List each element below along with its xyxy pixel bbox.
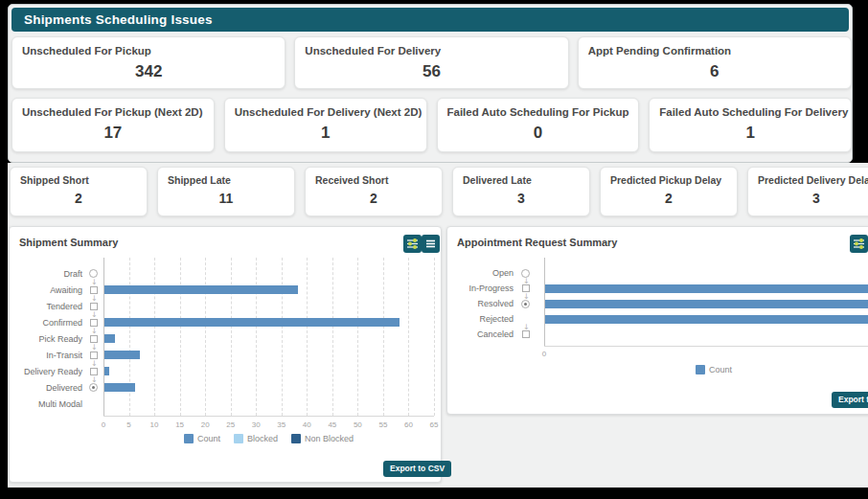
x-tick-label: 0 <box>534 350 555 358</box>
delivery-ready-status-icon[interactable] <box>90 368 98 375</box>
canceled-status-icon[interactable] <box>522 330 530 338</box>
confirmed-status-icon[interactable] <box>90 319 98 327</box>
awaiting-bar[interactable] <box>104 285 298 294</box>
kpi-card-label: Predicted Pickup Delay <box>610 174 721 186</box>
draft-status-icon[interactable] <box>89 269 98 278</box>
legend-swatch <box>184 434 194 443</box>
kpi-card-delivered-late[interactable]: Delivered Late3 <box>452 167 590 216</box>
scheduling-issues-section: Shipments Scheduling Issues Unscheduled … <box>8 4 853 163</box>
x-tick-label: 35 <box>271 420 292 429</box>
kpi-card-value: 2 <box>601 191 737 206</box>
kpi-card-predicted-delivery-delay[interactable]: Predicted Delivery Delay3 <box>747 167 868 216</box>
kpi-card-value: 6 <box>579 62 851 81</box>
kpi-card-label: Received Short <box>315 174 388 186</box>
legend-swatch <box>696 365 705 374</box>
kpi-card-unscheduled-for-pickup[interactable]: Unscheduled For Pickup342 <box>11 36 286 89</box>
x-tick-label: 40 <box>296 420 317 429</box>
kpi-card-shipped-short[interactable]: Shipped Short2 <box>10 167 148 216</box>
category-label-multi-modal: Multi Modal <box>10 399 82 409</box>
kpi-card-unscheduled-for-pickup-next-2d[interactable]: Unscheduled For Pickup (Next 2D)17 <box>11 98 215 152</box>
x-tick-label: 0 <box>93 420 114 429</box>
in-progress-bar[interactable] <box>545 284 868 293</box>
x-tick-label: 20 <box>194 420 216 429</box>
delivery-ready-bar[interactable] <box>104 367 109 375</box>
kpi-card-unscheduled-for-delivery[interactable]: Unscheduled For Delivery56 <box>294 36 568 89</box>
x-tick-label: 25 <box>220 420 241 429</box>
legend-swatch <box>234 434 243 443</box>
in-progress-status-icon[interactable] <box>522 284 530 292</box>
category-label-in-progress: In-Progress <box>447 284 514 293</box>
tendered-status-icon[interactable] <box>90 303 98 310</box>
page-title: Shipments Scheduling Issues <box>24 12 213 27</box>
kpi-card-predicted-pickup-delay[interactable]: Predicted Pickup Delay2 <box>600 167 738 216</box>
legend-item-blocked[interactable]: Blocked <box>234 434 278 443</box>
legend-item-count[interactable]: Count <box>696 365 732 374</box>
gridline <box>282 258 283 416</box>
kpi-card-value: 1 <box>650 124 851 143</box>
appointment-request-summary-panel: Appointment Request Summary 0Open↓In-Pro… <box>446 226 868 415</box>
x-tick-label: 30 <box>245 420 266 429</box>
x-axis-line <box>103 416 434 417</box>
resolved-status-icon[interactable] <box>521 300 530 308</box>
status-dot <box>92 386 95 389</box>
chart-legend: Count <box>544 365 868 374</box>
delivered-status-icon[interactable] <box>89 383 98 392</box>
kpi-card-label: Appt Pending Confirmation <box>588 45 731 57</box>
appointment-request-summary-chart: 0Open↓In-Progress↓ResolvedRejected↓Cance… <box>447 227 868 414</box>
legend-label: Blocked <box>247 434 278 443</box>
legend-item-count[interactable]: Count <box>184 434 220 443</box>
gridline <box>256 258 257 416</box>
kpi-card-label: Shipped Short <box>20 174 89 186</box>
gridline <box>357 258 358 416</box>
kpi-card-label: Delivered Late <box>463 174 532 186</box>
x-tick-label: 60 <box>398 420 419 429</box>
legend-item-non-blocked[interactable]: Non Blocked <box>291 434 354 443</box>
legend-swatch <box>291 434 301 443</box>
kpi-card-received-short[interactable]: Received Short2 <box>305 167 443 216</box>
lower-section: Shipped Short2Shipped Late11Received Sho… <box>8 163 868 488</box>
gridline <box>205 258 206 416</box>
kpi-card-failed-auto-scheduling-for-delivery[interactable]: Failed Auto Scheduling For Delivery1 <box>649 98 852 152</box>
category-label-awaiting: Awaiting <box>10 285 82 295</box>
in-transit-bar[interactable] <box>104 351 140 359</box>
rejected-bar[interactable] <box>545 315 868 324</box>
category-label-rejected: Rejected <box>447 314 514 324</box>
category-label-canceled: Canceled <box>447 329 514 339</box>
resolved-bar[interactable] <box>545 300 868 308</box>
filter-sliders-icon[interactable] <box>850 235 868 253</box>
pick-ready-bar[interactable] <box>104 334 115 343</box>
gridline <box>231 258 232 416</box>
kpi-card-value: 0 <box>438 124 639 143</box>
kpi-card-value: 11 <box>158 191 294 206</box>
kpi-card-value: 2 <box>306 191 442 206</box>
export-to-csv-button[interactable]: Export to CSV <box>832 392 868 408</box>
kpi-card-label: Shipped Late <box>168 174 231 186</box>
delivered-bar[interactable] <box>104 383 135 392</box>
in-transit-status-icon[interactable] <box>90 352 98 359</box>
kpi-card-label: Failed Auto Scheduling For Delivery <box>659 106 848 118</box>
chart-legend: CountBlockedNon Blocked <box>103 434 434 443</box>
export-to-csv-button[interactable]: Export to CSV <box>383 461 451 477</box>
gridline <box>383 258 384 416</box>
status-dot <box>524 303 527 306</box>
category-label-delivered: Delivered <box>10 383 82 393</box>
pick-ready-status-icon[interactable] <box>90 335 98 343</box>
kpi-card-label: Unscheduled For Pickup (Next 2D) <box>22 106 203 118</box>
kpi-card-value: 17 <box>12 124 214 143</box>
kpi-card-label: Unscheduled For Pickup <box>22 45 151 57</box>
kpi-card-unscheduled-for-delivery-next-2d[interactable]: Unscheduled For Delivery (Next 2D)1 <box>224 98 427 152</box>
confirmed-bar[interactable] <box>104 318 400 327</box>
kpi-card-failed-auto-scheduling-for-pickup[interactable]: Failed Auto Scheduling For Pickup0 <box>437 98 640 152</box>
shipment-summary-panel: Shipment Summary 05101520253035404550556… <box>9 226 442 483</box>
category-label-open: Open <box>447 268 514 278</box>
filter-sliders-icon[interactable] <box>403 235 422 253</box>
menu-icon[interactable] <box>422 235 440 253</box>
kpi-card-shipped-late[interactable]: Shipped Late11 <box>157 167 295 216</box>
window-edge-strip <box>855 0 868 163</box>
kpi-card-appt-pending-confirmation[interactable]: Appt Pending Confirmation6 <box>578 36 852 89</box>
category-label-in-transit: In-Transit <box>10 351 82 360</box>
category-label-delivery-ready: Delivery Ready <box>10 367 82 376</box>
kpi-card-value: 2 <box>11 191 147 206</box>
kpi-card-value: 1 <box>225 124 426 143</box>
awaiting-status-icon[interactable] <box>90 286 98 294</box>
